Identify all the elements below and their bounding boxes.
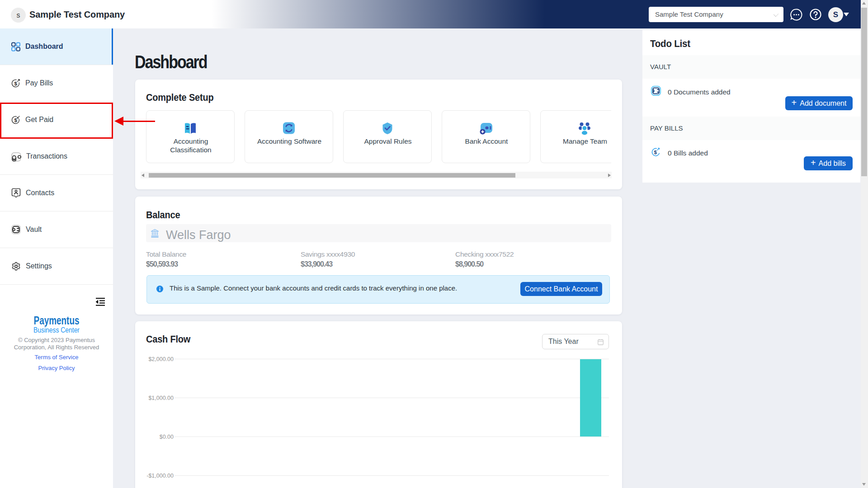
svg-text:$: $ (14, 81, 17, 86)
svg-text:Paymentus: Paymentus (34, 315, 80, 327)
svg-text:Business Center: Business Center (33, 326, 80, 334)
svg-text:$: $ (654, 150, 657, 155)
